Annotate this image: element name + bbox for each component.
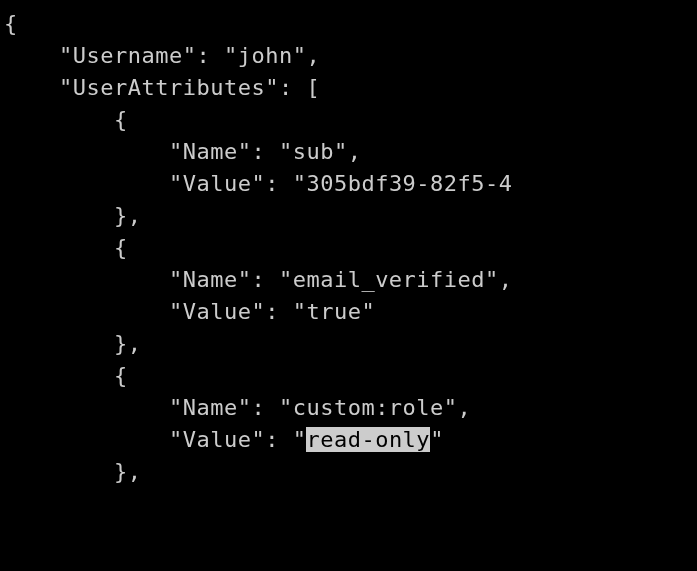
key-userattributes: UserAttributes	[73, 75, 265, 100]
key-username: Username	[73, 43, 183, 68]
val-value-0: 305bdf39-82f5-4	[306, 171, 512, 196]
json-code-block[interactable]: { "Username": "john", "UserAttributes": …	[0, 0, 697, 496]
key-value-1: Value	[183, 299, 252, 324]
key-name-2: Name	[183, 395, 238, 420]
val-name-0: sub	[293, 139, 334, 164]
key-name-0: Name	[183, 139, 238, 164]
val-name-1: email_verified	[293, 267, 485, 292]
highlighted-selection: read-only	[306, 427, 430, 452]
val-name-2: custom:role	[293, 395, 444, 420]
key-value-0: Value	[183, 171, 252, 196]
key-value-2: Value	[183, 427, 252, 452]
val-username: john	[238, 43, 293, 68]
key-name-1: Name	[183, 267, 238, 292]
val-value-1: true	[306, 299, 361, 324]
